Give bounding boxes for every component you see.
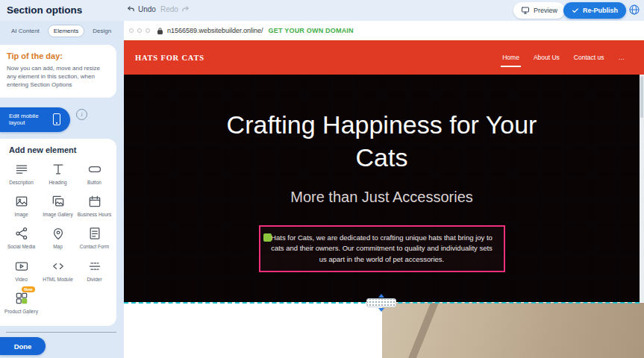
image-gallery-icon	[50, 193, 66, 210]
hero-paragraph-selected[interactable]: Hats for Cats, we are dedicated to craft…	[259, 225, 505, 272]
element-item-business-hours[interactable]: Business Hours	[76, 193, 113, 218]
new-badge: New	[22, 286, 34, 292]
undo-icon	[127, 5, 135, 13]
element-item-product-gallery[interactable]: New Product Gallery	[3, 290, 40, 315]
element-item-html-module[interactable]: HTML Module	[40, 258, 76, 283]
edit-mobile-layout-button[interactable]: Edit mobile layout	[0, 107, 70, 132]
element-item-heading[interactable]: Heading	[40, 161, 76, 186]
nav-item-more[interactable]: …	[619, 54, 625, 61]
lock-icon	[157, 27, 163, 35]
section-resize-handle[interactable]	[365, 294, 398, 312]
nav-item-home[interactable]: Home	[502, 54, 519, 61]
page-title: Section options	[7, 4, 82, 16]
window-dot	[137, 28, 142, 33]
heading-icon	[50, 161, 66, 178]
browser-preview: n1566589.websitebuilder.online/ GET YOUR…	[124, 21, 644, 358]
html-module-icon	[50, 258, 66, 274]
element-item-image-gallery[interactable]: Image Gallery	[40, 193, 76, 218]
hero-section[interactable]: Crafting Happiness for Your Cats More th…	[124, 75, 640, 302]
tab-ai-content[interactable]: AI Content	[6, 25, 45, 37]
sidebar-divider	[6, 332, 116, 333]
description-icon	[13, 161, 30, 178]
element-item-image[interactable]: Image	[3, 193, 40, 218]
resize-arrow-up-icon	[378, 294, 384, 298]
element-item-label: HTML Module	[41, 277, 75, 283]
social-media-icon	[13, 225, 30, 242]
element-item-divider[interactable]: Divider	[76, 258, 113, 283]
redo-icon	[181, 5, 190, 13]
language-globe-icon[interactable]	[628, 4, 640, 16]
monitor-icon	[521, 6, 530, 15]
element-item-map[interactable]: Map	[40, 225, 76, 250]
window-dots	[129, 28, 150, 33]
window-dot	[146, 28, 150, 33]
tab-elements[interactable]: Elements	[48, 25, 84, 37]
hero-paragraph-text: Hats for Cats, we are dedicated to craft…	[271, 233, 493, 263]
element-item-label: Video	[4, 277, 39, 283]
element-item-label: Business Hours	[78, 212, 112, 218]
element-item-social-media[interactable]: Social Media	[3, 225, 40, 250]
address-bar-url[interactable]: n1566589.websitebuilder.online/	[167, 27, 263, 34]
element-item-label: Image Gallery	[41, 212, 75, 218]
tip-body: Now you can add, move and resize any ele…	[7, 64, 109, 90]
element-item-label: Divider	[78, 277, 112, 283]
element-item-description[interactable]: Description	[3, 161, 40, 186]
element-grid: Description Heading Button Image	[3, 161, 115, 323]
element-item-contact-form[interactable]: Contact Form	[76, 225, 113, 250]
element-item-label: Map	[41, 244, 75, 250]
business-hours-icon	[87, 193, 103, 210]
sidebar-tabs: AI Content Elements Design	[6, 25, 118, 37]
element-item-label: Product Gallery	[4, 309, 39, 315]
video-icon	[13, 258, 30, 274]
button-icon	[87, 161, 103, 178]
add-element-title: Add new element	[9, 145, 115, 154]
element-item-label: Social Media	[4, 244, 39, 250]
sidebar: AI Content Elements Design Tip of the da…	[0, 21, 124, 358]
resize-arrow-down-icon	[378, 308, 384, 312]
site-logo[interactable]: HATS FOR CATS	[135, 54, 204, 62]
site-scrollbar	[640, 75, 644, 302]
redo-button[interactable]: Redo	[160, 5, 190, 13]
site-header: HATS FOR CATS Home About Us Contact us …	[124, 40, 644, 75]
element-item-label: Description	[4, 180, 39, 186]
top-toolbar: Section options Undo Redo Preview Re-Pub…	[0, 0, 644, 21]
element-item-label: Heading	[41, 180, 75, 186]
phone-icon	[52, 113, 61, 126]
map-icon	[50, 225, 66, 242]
edit-mobile-label: Edit mobile layout	[9, 113, 48, 126]
tip-of-the-day-card: Tip of the day: Now you can add, move an…	[0, 45, 116, 98]
element-item-label: Image	[4, 212, 39, 218]
site-nav: Home About Us Contact us …	[502, 54, 625, 61]
website-canvas: HATS FOR CATS Home About Us Contact us ……	[124, 40, 644, 358]
undo-button[interactable]: Undo	[127, 5, 156, 13]
image-icon	[13, 193, 30, 210]
divider-icon	[87, 258, 103, 274]
element-item-video[interactable]: Video	[3, 258, 40, 283]
preview-button[interactable]: Preview	[513, 2, 565, 19]
hero-subheading[interactable]: More than Just Accessories	[124, 189, 640, 206]
element-drag-handle[interactable]	[263, 233, 272, 242]
scrollbar-thumb[interactable]	[640, 76, 643, 118]
tab-design[interactable]: Design	[87, 25, 116, 37]
element-item-label: Contact Form	[78, 244, 112, 250]
element-item-button[interactable]: Button	[76, 161, 113, 186]
nav-item-about-us[interactable]: About Us	[534, 54, 560, 61]
window-dot	[129, 28, 134, 33]
get-your-own-domain-link[interactable]: GET YOUR OWN DOMAIN	[269, 27, 354, 34]
contact-form-icon	[87, 225, 103, 242]
redo-label: Redo	[160, 5, 178, 13]
add-element-panel: Add new element Description Heading Butt…	[0, 139, 116, 326]
preview-label: Preview	[534, 7, 557, 14]
check-icon	[572, 7, 579, 14]
element-item-label: Button	[78, 180, 112, 186]
resize-grip	[366, 298, 396, 307]
hero-heading[interactable]: Crafting Happiness for Your Cats	[218, 109, 546, 174]
carpet-photo	[382, 303, 644, 358]
nav-item-contact-us[interactable]: Contact us	[574, 54, 604, 61]
done-button[interactable]: Done	[0, 337, 46, 355]
product-gallery-icon: New	[13, 290, 30, 307]
republish-button[interactable]: Re-Publish	[563, 2, 626, 19]
tip-title: Tip of the day:	[7, 51, 109, 60]
info-icon[interactable]: i	[76, 109, 87, 120]
undo-label: Undo	[138, 5, 156, 13]
